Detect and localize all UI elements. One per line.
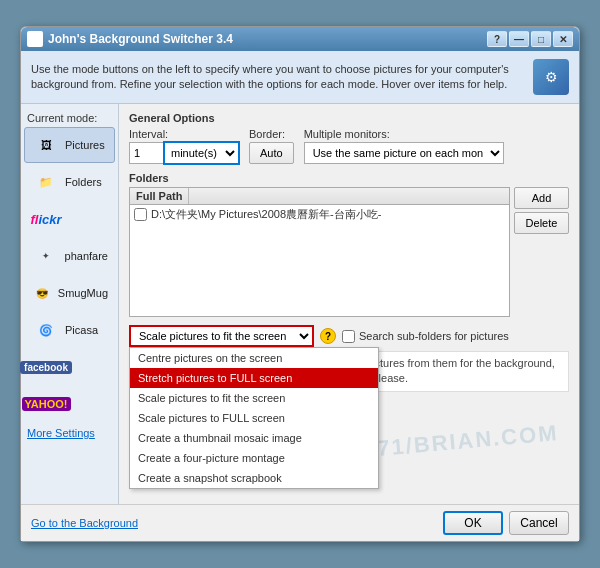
watermark: 71/BRIAN.COM bbox=[377, 420, 560, 462]
top-bar-app-icon: ⚙ bbox=[533, 59, 569, 95]
folders-table: Full Path D:\文件夹\My Pictures\2008農曆新年-台南… bbox=[129, 187, 510, 317]
monitor-select[interactable]: Use the same picture on each monitor Use… bbox=[304, 142, 504, 164]
sidebar-item-facebook[interactable]: facebook bbox=[24, 349, 115, 385]
facebook-logo: facebook bbox=[20, 361, 72, 374]
window-title: John's Background Switcher 3.4 bbox=[48, 32, 233, 46]
sidebar: Current mode: 🖼 Pictures 📁 Folders flick… bbox=[21, 104, 119, 504]
folders-section: Folders Full Path D:\文件夹\My Pictures\200… bbox=[129, 172, 569, 317]
dropdown-item-3[interactable]: Scale pictures to FULL screen bbox=[130, 408, 378, 428]
bottom-section: Scale pictures to fit the screen Centre … bbox=[129, 325, 569, 392]
title-bar-buttons: ? — □ ✕ bbox=[487, 31, 573, 47]
ok-button[interactable]: OK bbox=[443, 511, 503, 535]
auto-button[interactable]: Auto bbox=[249, 142, 294, 164]
maximize-button[interactable]: □ bbox=[531, 31, 551, 47]
top-bar: Use the mode buttons on the left to spec… bbox=[21, 51, 579, 104]
title-bar: 🖼 John's Background Switcher 3.4 ? — □ ✕ bbox=[21, 27, 579, 51]
interval-label: Interval: bbox=[129, 128, 239, 140]
footer: Go to the Background OK Cancel bbox=[21, 504, 579, 541]
folders-table-header: Full Path bbox=[130, 188, 509, 205]
app-icon: 🖼 bbox=[27, 31, 43, 47]
interval-select[interactable]: minute(s) second(s) hour(s) day(s) bbox=[164, 142, 239, 164]
folder-checkbox[interactable] bbox=[134, 208, 147, 221]
dropdown-item-0[interactable]: Centre pictures on the screen bbox=[130, 348, 378, 368]
pictures-icon: 🖼 bbox=[31, 132, 61, 158]
sidebar-item-flickr[interactable]: flickr bbox=[24, 201, 115, 237]
yahoo-icon: YAHOO! bbox=[31, 391, 61, 417]
sidebar-label-picasa: Picasa bbox=[65, 324, 98, 336]
border-label: Border: bbox=[249, 128, 294, 140]
main-panel: General Options Interval: minute(s) seco… bbox=[119, 104, 579, 504]
sidebar-label-folders: Folders bbox=[65, 176, 102, 188]
folders-row: Full Path D:\文件夹\My Pictures\2008農曆新年-台南… bbox=[129, 187, 569, 317]
sidebar-item-phanfare[interactable]: ✦ phanfare bbox=[24, 238, 115, 274]
sidebar-label-phanfare: phanfare bbox=[65, 250, 108, 262]
smugmug-icon: 😎 bbox=[31, 280, 54, 306]
sidebar-label-pictures: Pictures bbox=[65, 139, 105, 151]
sidebar-item-pictures[interactable]: 🖼 Pictures bbox=[24, 127, 115, 163]
table-row: D:\文件夹\My Pictures\2008農曆新年-台南小吃- bbox=[130, 205, 509, 224]
col-full-path: Full Path bbox=[130, 188, 189, 204]
search-subfolder: Search sub-folders for pictures bbox=[342, 330, 509, 343]
dropdown-item-6[interactable]: Create a snapshot scrapbook bbox=[130, 468, 378, 488]
dropdown-item-2[interactable]: Scale pictures to fit the screen bbox=[130, 388, 378, 408]
minimize-button[interactable]: — bbox=[509, 31, 529, 47]
current-mode-label: Current mode: bbox=[21, 108, 118, 126]
sidebar-item-folders[interactable]: 📁 Folders bbox=[24, 164, 115, 200]
folders-btn-group: Add Delete bbox=[514, 187, 569, 234]
title-bar-left: 🖼 John's Background Switcher 3.4 bbox=[27, 31, 233, 47]
phanfare-icon: ✦ bbox=[31, 243, 61, 269]
folders-header: Folders bbox=[129, 172, 569, 184]
go-to-background-link[interactable]: Go to the Background bbox=[31, 517, 138, 529]
help-button[interactable]: ? bbox=[487, 31, 507, 47]
general-options-label: General Options bbox=[129, 112, 569, 124]
footer-buttons: OK Cancel bbox=[443, 511, 569, 535]
folders-icon: 📁 bbox=[31, 169, 61, 195]
sidebar-item-smugmug[interactable]: 😎 SmugMug bbox=[24, 275, 115, 311]
search-subfolder-checkbox[interactable] bbox=[342, 330, 355, 343]
monitor-group: Multiple monitors: Use the same picture … bbox=[304, 128, 504, 164]
add-button[interactable]: Add bbox=[514, 187, 569, 209]
border-group: Border: Auto bbox=[249, 128, 294, 164]
search-subfolder-label: Search sub-folders for pictures bbox=[359, 330, 509, 342]
top-bar-description: Use the mode buttons on the left to spec… bbox=[31, 62, 525, 93]
content-area: Current mode: 🖼 Pictures 📁 Folders flick… bbox=[21, 104, 579, 504]
dropdown-wrapper: Scale pictures to fit the screen Centre … bbox=[129, 325, 314, 347]
picasa-icon: 🌀 bbox=[31, 317, 61, 343]
close-button[interactable]: ✕ bbox=[553, 31, 573, 47]
scale-row: Scale pictures to fit the screen Centre … bbox=[129, 325, 569, 347]
monitor-label: Multiple monitors: bbox=[304, 128, 504, 140]
yahoo-logo: YAHOO! bbox=[22, 397, 71, 411]
dropdown-overlay: Centre pictures on the screen Stretch pi… bbox=[129, 347, 379, 489]
options-row: Interval: minute(s) second(s) hour(s) da… bbox=[129, 128, 569, 164]
delete-button[interactable]: Delete bbox=[514, 212, 569, 234]
dropdown-item-1[interactable]: Stretch pictures to FULL screen bbox=[130, 368, 378, 388]
cancel-button[interactable]: Cancel bbox=[509, 511, 569, 535]
interval-group: Interval: minute(s) second(s) hour(s) da… bbox=[129, 128, 239, 164]
dropdown-item-5[interactable]: Create a four-picture montage bbox=[130, 448, 378, 468]
main-window: 🖼 John's Background Switcher 3.4 ? — □ ✕… bbox=[20, 26, 580, 542]
flickr-icon: flickr bbox=[31, 206, 61, 232]
facebook-icon: facebook bbox=[31, 354, 61, 380]
scale-help-icon[interactable]: ? bbox=[320, 328, 336, 344]
folders-table-container: Full Path D:\文件夹\My Pictures\2008農曆新年-台南… bbox=[129, 187, 510, 317]
interval-input[interactable] bbox=[129, 142, 164, 164]
sidebar-item-more[interactable]: More Settings bbox=[21, 423, 118, 443]
folder-path: D:\文件夹\My Pictures\2008農曆新年-台南小吃- bbox=[151, 207, 381, 222]
sidebar-item-yahoo[interactable]: YAHOO! bbox=[24, 386, 115, 422]
dropdown-item-4[interactable]: Create a thumbnail mosaic image bbox=[130, 428, 378, 448]
sidebar-item-picasa[interactable]: 🌀 Picasa bbox=[24, 312, 115, 348]
sidebar-label-smugmug: SmugMug bbox=[58, 287, 108, 299]
interval-row: minute(s) second(s) hour(s) day(s) bbox=[129, 142, 239, 164]
scale-select[interactable]: Scale pictures to fit the screen Centre … bbox=[129, 325, 314, 347]
